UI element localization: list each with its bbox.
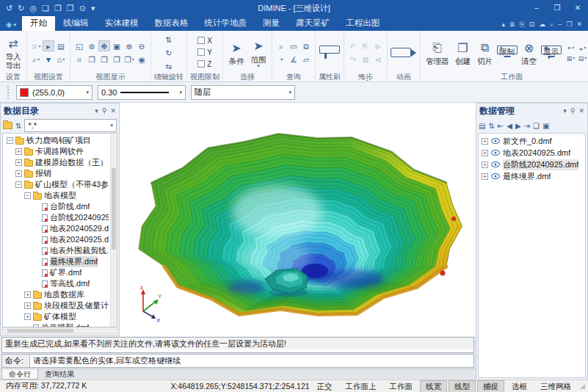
file-list-item[interactable]: 台阶线20240925.dmf (480, 159, 584, 170)
rotate-x-icon[interactable]: ⇅ (163, 34, 175, 45)
file-list-item[interactable]: 新文件_0.dmf (480, 135, 584, 147)
zoom-out-icon[interactable]: ⊖ (136, 40, 148, 51)
expand-toggle[interactable] (15, 148, 22, 155)
side-view-icon[interactable]: ❐ (123, 54, 135, 65)
redo-fence-icon[interactable]: ⊠ (360, 54, 371, 65)
query-angle-icon[interactable]: ◔ (275, 54, 287, 65)
prev-icon[interactable]: ◀ (507, 122, 512, 130)
horizontal-scrollbar[interactable] (2, 327, 117, 334)
panel-menu-icon[interactable]: ▾ (95, 107, 98, 115)
redo-icon[interactable]: ↻ (18, 0, 24, 16)
next-icon[interactable]: ▶ (515, 122, 521, 130)
console-tab[interactable]: 查询结果 (38, 369, 81, 380)
sort-icon[interactable]: ⇅ (15, 122, 21, 130)
customize-quick-access-icon[interactable]: ▾ (91, 0, 95, 16)
expand-toggle[interactable] (482, 138, 488, 145)
new-file-icon[interactable]: ❏ (533, 122, 540, 130)
tree-item[interactable]: 铁力鹿鸣钼矿项目 (4, 135, 109, 146)
search-icon[interactable]: ⌕ (550, 21, 553, 29)
import-export-button[interactable]: ⇄ 导入 导出 (3, 34, 23, 70)
sort-icon[interactable]: ⇅ (488, 122, 494, 130)
ribbon-tab[interactable]: 实体建模 (96, 16, 146, 31)
condition-select-button[interactable]: ➤ 条件 (226, 38, 247, 66)
resize-grip[interactable]: ◢ (580, 382, 585, 390)
property-brush-button[interactable] (319, 46, 340, 54)
status-toggle[interactable]: 线宽 (420, 380, 447, 392)
tree-item[interactable]: 矿界.dmf (4, 267, 109, 278)
workface-create-button[interactable]: ❐ 创建 (453, 38, 473, 66)
ribbon-close-icon[interactable]: ✕ (576, 21, 582, 29)
ribbon-tab[interactable]: 工程出图 (338, 16, 388, 31)
pit-model-3d[interactable] (120, 103, 476, 336)
scrollbar-thumb[interactable] (7, 329, 73, 333)
expand-toggle[interactable] (24, 192, 31, 199)
vertical-scrollbar[interactable] (110, 134, 117, 327)
rotate-z-icon[interactable]: ⇆ (163, 60, 175, 71)
rotate-y-icon[interactable]: ↻ (163, 47, 175, 58)
file-list-item[interactable]: 最终境界.dmf (480, 170, 584, 182)
status-toggle[interactable]: 三维网格 (534, 380, 577, 392)
box-tool-icon[interactable]: ⊡ (529, 21, 535, 29)
tree-item[interactable]: 块段模型及储量计算 (4, 300, 109, 311)
target-icon[interactable]: ◎ (29, 0, 37, 16)
zoom-view-icon[interactable]: ⌕ (30, 54, 42, 65)
workface-up-icon[interactable]: ◓ (566, 43, 576, 52)
animation-camera-button[interactable] (391, 48, 411, 57)
line-width-combobox[interactable]: 0.30 ▾ (98, 85, 186, 100)
last-icon[interactable]: ⇥ (524, 122, 530, 130)
ribbon-minimize-icon[interactable]: – (558, 21, 562, 29)
refresh-view-icon[interactable]: ◱ (73, 40, 85, 51)
cloud-icon[interactable]: ☁ (539, 21, 545, 29)
close-icon[interactable]: ✕ (110, 107, 116, 115)
scrollbar-thumb[interactable] (112, 168, 116, 249)
tree-item[interactable]: 价值模型.dmf (4, 322, 109, 327)
workface-remove-icon[interactable]: ⊟ (578, 53, 588, 62)
workface-manager-button[interactable]: ⎗ 管理器 (424, 38, 451, 66)
minimize-button[interactable]: – (526, 0, 547, 16)
tree-item[interactable]: 地质数据库 (4, 289, 109, 300)
tree-item[interactable]: 地表外围裁剪线.dmf (4, 245, 109, 256)
status-toggle[interactable]: 正交 (311, 380, 338, 392)
ribbon-tab[interactable]: 测量 (255, 16, 288, 31)
viewport-3d[interactable]: z Y X (120, 103, 476, 336)
query-profile-icon[interactable]: ∡ (288, 54, 300, 65)
command-input[interactable]: 请选择需要配色的实体,回车或空格键继续 (29, 354, 474, 368)
query-distance-icon[interactable]: ▭ (288, 40, 300, 51)
zoom-in-icon[interactable]: ⊕ (123, 40, 135, 51)
visibility-eye-icon[interactable] (491, 138, 500, 144)
expand-toggle[interactable] (15, 170, 22, 177)
expand-toggle[interactable] (24, 302, 31, 309)
grid-view-icon[interactable]: ⌗ (73, 54, 85, 65)
panel-menu-icon[interactable]: ▾ (563, 107, 567, 115)
layers-icon[interactable]: ❏ (42, 0, 49, 16)
app-menu-button[interactable]: ◈▾ (0, 20, 22, 31)
view-style-icon[interactable]: ▸ (43, 40, 54, 51)
layer-mode-combobox[interactable]: 随层 ▾ (191, 85, 295, 100)
filter-display-icon[interactable]: ▼ (43, 54, 54, 65)
rotate-view-icon[interactable]: ⊚ (86, 40, 98, 51)
top-view-icon[interactable]: ❐ (98, 54, 110, 65)
expand-toggle[interactable] (15, 181, 22, 188)
pan-icon[interactable]: ✥ (98, 40, 110, 51)
ribbon-tab[interactable]: 线编辑 (55, 16, 97, 31)
tree-item[interactable]: 报销 (4, 168, 109, 179)
toolbar-grip[interactable] (7, 86, 10, 99)
front-view-icon[interactable]: ❐ (111, 54, 123, 65)
ribbon-restore-icon[interactable]: ❐ (566, 21, 572, 29)
layers-stack-icon[interactable]: ≣ (509, 21, 515, 29)
tree-item[interactable]: 地表模型 (4, 190, 109, 201)
tree-item[interactable]: 矿体模型 (4, 311, 109, 322)
attach-icon[interactable]: ⎘ (520, 21, 525, 29)
workface-add-icon[interactable]: ⊞ (566, 53, 576, 62)
record-icon[interactable]: ⊙ (79, 0, 86, 16)
tree-item[interactable]: 最终境界.dmf (4, 256, 109, 267)
color-combobox[interactable]: (255,0,0) ▾ (16, 85, 92, 100)
status-toggle[interactable]: 工作面 (384, 380, 419, 392)
collapse-ribbon-icon[interactable]: ▴ (501, 21, 505, 29)
status-toggle[interactable]: 线型 (449, 380, 476, 392)
ribbon-tab[interactable]: 开始 (22, 16, 55, 31)
visibility-eye-icon[interactable] (491, 161, 500, 167)
expand-toggle[interactable] (24, 313, 31, 320)
file-list-item[interactable]: 地表20240925.dmf (480, 147, 584, 159)
expand-toggle[interactable] (15, 159, 22, 166)
